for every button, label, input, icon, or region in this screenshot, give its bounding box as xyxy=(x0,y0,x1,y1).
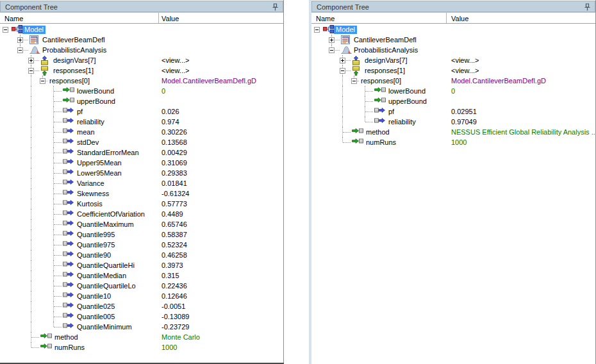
collapse-icon[interactable] xyxy=(17,47,23,53)
tree-item-label[interactable]: CantileverBeamDefl xyxy=(42,36,105,44)
pin-icon[interactable] xyxy=(584,3,592,11)
tree-item-quantileminimum[interactable]: QuantileMinimum-0.23729 xyxy=(0,322,283,332)
tree-item-label[interactable]: QuantileMinimum xyxy=(77,323,132,331)
tree-item-label[interactable]: numRuns xyxy=(54,343,85,352)
tree-item-label[interactable]: Quantile005 xyxy=(77,313,115,321)
panel-titlebar[interactable]: Component Tree xyxy=(311,1,595,12)
tree-item-lower95mean[interactable]: Lower95Mean0.29383 xyxy=(0,168,283,178)
tree-item-label[interactable]: pf xyxy=(77,108,83,116)
tree-item-responses-1-[interactable]: responses[1]<view...> xyxy=(311,65,595,76)
tree-item-label[interactable]: Quantile995 xyxy=(77,231,115,239)
tree-item-upperbound[interactable]: upperBound xyxy=(0,96,283,106)
tree-item-label[interactable]: CoefficientOfVariation xyxy=(77,210,145,219)
tree-item-quantilequartilelo[interactable]: QuantileQuartileLo0.22436 xyxy=(0,281,283,291)
tree-item-label[interactable]: ProbabilisticAnalysis xyxy=(354,46,418,54)
tree-item-label[interactable]: method xyxy=(366,128,390,136)
expand-icon[interactable] xyxy=(17,37,23,43)
tree-item-model[interactable]: Model xyxy=(311,24,595,35)
tree-item-label[interactable]: QuantileMaximum xyxy=(77,220,134,229)
collapse-icon[interactable] xyxy=(340,68,345,74)
tree-item-quantilemaximum[interactable]: QuantileMaximum0.65746 xyxy=(0,219,283,229)
tree-item-probabilisticanalysis[interactable]: ProbabilisticAnalysis xyxy=(0,45,283,55)
collapse-icon[interactable] xyxy=(3,27,8,33)
tree-item-quantilequartilehi[interactable]: QuantileQuartileHi0.3973 xyxy=(0,260,283,270)
tree-item-quantile005[interactable]: Quantile005-0.13089 xyxy=(0,311,283,322)
tree-item-quantile995[interactable]: Quantile9950.58387 xyxy=(0,229,283,240)
tree-item-value[interactable]: <view...> xyxy=(161,67,189,75)
tree-item-kurtosis[interactable]: Kurtosis0.57773 xyxy=(0,199,283,209)
tree-item-skewness[interactable]: Skewness-0.61324 xyxy=(0,188,283,199)
tree-item-quantile025[interactable]: Quantile025-0.0051 xyxy=(0,301,283,311)
tree-item-label[interactable]: mean xyxy=(77,128,95,136)
tree-item-quantilemedian[interactable]: QuantileMedian0.315 xyxy=(0,270,283,281)
tree-item-label[interactable]: Lower95Mean xyxy=(77,169,122,178)
tree-item-reliability[interactable]: reliability0.97049 xyxy=(311,117,595,127)
tree-item-value[interactable]: <view...> xyxy=(451,67,479,75)
tree-item-reliability[interactable]: reliability0.974 xyxy=(0,117,283,127)
tree-item-cantileverbeamdefl[interactable]: CantileverBeamDefl xyxy=(0,35,283,45)
panel-titlebar[interactable]: Component Tree xyxy=(0,1,283,12)
tree-item-value[interactable]: <view...> xyxy=(161,56,189,65)
tree-item-method[interactable]: methodMonte Carlo xyxy=(0,332,283,342)
value-column-header[interactable]: Value xyxy=(161,15,179,22)
collapse-icon[interactable] xyxy=(314,27,320,33)
tree-item-label[interactable]: responses[1] xyxy=(365,67,405,75)
name-column-header[interactable]: Name xyxy=(4,15,23,22)
tree-item-label[interactable]: designVars[7] xyxy=(53,56,95,65)
expand-icon[interactable] xyxy=(329,37,335,43)
tree-item-label[interactable]: numRuns xyxy=(366,138,396,147)
collapse-icon[interactable] xyxy=(28,68,34,74)
value-column-header[interactable]: Value xyxy=(451,15,468,22)
tree-item-stddev[interactable]: stdDev0.13568 xyxy=(0,137,283,147)
tree-item-label[interactable]: Skewness xyxy=(77,190,109,198)
collapse-icon[interactable] xyxy=(351,78,357,84)
tree-item-label[interactable]: pf xyxy=(388,108,394,116)
tree-item-model[interactable]: Model xyxy=(0,24,283,35)
tree-item-upper95mean[interactable]: Upper95Mean0.31069 xyxy=(0,158,283,168)
tree-item-variance[interactable]: Variance0.01841 xyxy=(0,178,283,188)
tree-item-label[interactable]: CantileverBeamDefl xyxy=(354,36,417,44)
tree-item-label[interactable]: QuantileQuartileLo xyxy=(77,282,136,290)
tree-item-label[interactable]: responses[0] xyxy=(361,77,401,85)
tree-item-label[interactable]: reliability xyxy=(77,118,104,126)
collapse-icon[interactable] xyxy=(329,47,335,53)
column-divider[interactable] xyxy=(446,13,447,23)
tree-item-responses-0-[interactable]: responses[0]Model.CantileverBeamDefl.gD xyxy=(311,76,595,86)
tree-item-label[interactable]: upperBound xyxy=(388,97,427,106)
tree-item-quantile10[interactable]: Quantile100.12646 xyxy=(0,291,283,301)
tree-item-label[interactable]: Quantile90 xyxy=(77,251,111,260)
tree-item-label[interactable]: Model xyxy=(22,26,46,34)
tree-item-numruns[interactable]: numRuns1000 xyxy=(0,342,283,352)
tree-item-value[interactable]: <view...> xyxy=(451,56,479,65)
tree-item-pf[interactable]: pf0.02951 xyxy=(311,106,595,117)
tree-item-label[interactable]: QuantileMedian xyxy=(77,272,126,280)
tree-item-label[interactable]: Quantile025 xyxy=(77,302,115,311)
tree-item-probabilisticanalysis[interactable]: ProbabilisticAnalysis xyxy=(311,45,595,55)
tree-item-label[interactable]: responses[0] xyxy=(49,77,90,85)
expand-icon[interactable] xyxy=(28,58,34,63)
tree-item-label[interactable]: lowerBound xyxy=(388,87,426,95)
tree-item-label[interactable]: stdDev xyxy=(77,138,99,147)
name-column-header[interactable]: Name xyxy=(316,15,335,22)
tree-item-label[interactable]: Variance xyxy=(77,179,104,188)
tree-item-cantileverbeamdefl[interactable]: CantileverBeamDefl xyxy=(311,35,595,45)
tree-item-lowerbound[interactable]: lowerBound0 xyxy=(311,86,595,96)
tree-item-coefficientofvariation[interactable]: CoefficientOfVariation0.4489 xyxy=(0,209,283,219)
tree-item-label[interactable]: Model xyxy=(334,26,357,34)
column-divider[interactable] xyxy=(158,13,159,23)
tree-item-label[interactable]: QuantileQuartileHi xyxy=(77,261,135,270)
tree-item-label[interactable]: lowerBound xyxy=(77,87,114,95)
tree-item-upperbound[interactable]: upperBound xyxy=(311,96,595,106)
tree-item-mean[interactable]: mean0.30226 xyxy=(0,127,283,137)
tree-item-label[interactable]: designVars[7] xyxy=(365,56,407,65)
tree-item-responses-1-[interactable]: responses[1]<view...> xyxy=(0,65,283,76)
tree-item-lowerbound[interactable]: lowerBound0 xyxy=(0,86,283,96)
tree-item-numruns[interactable]: numRuns1000 xyxy=(311,137,595,147)
tree-item-label[interactable]: reliability xyxy=(388,118,416,126)
tree-item-quantile90[interactable]: Quantile900.46258 xyxy=(0,250,283,260)
tree-item-label[interactable]: ProbabilisticAnalysis xyxy=(42,46,106,54)
tree-item-quantile975[interactable]: Quantile9750.52324 xyxy=(0,240,283,250)
tree-item-responses-0-[interactable]: responses[0]Model.CantileverBeamDefl.gD xyxy=(0,76,283,86)
tree-item-label[interactable]: Upper95Mean xyxy=(77,159,122,167)
tree-item-label[interactable]: Quantile10 xyxy=(77,292,111,301)
